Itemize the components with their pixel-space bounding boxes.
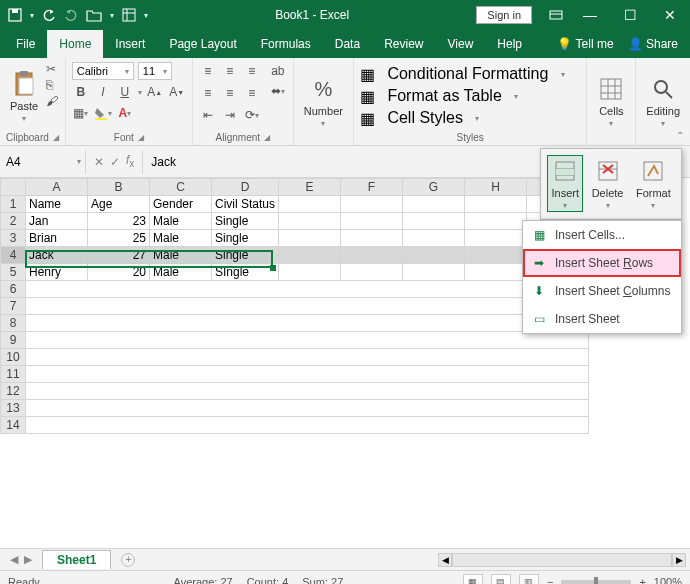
cell[interactable]	[403, 230, 465, 247]
share-button[interactable]: 👤 Share	[628, 37, 678, 51]
merge-center-icon[interactable]: ⬌▾	[269, 82, 287, 100]
copy-icon[interactable]: ⎘	[46, 78, 58, 92]
collapse-ribbon-icon[interactable]: ⌃	[676, 130, 684, 141]
cut-icon[interactable]: ✂	[46, 62, 58, 76]
cell[interactable]	[341, 247, 403, 264]
cell[interactable]: Single	[212, 213, 279, 230]
name-box[interactable]: A4▾	[0, 150, 86, 174]
open-dropdown-icon[interactable]: ▾	[110, 11, 114, 20]
cell[interactable]	[341, 230, 403, 247]
cell[interactable]	[341, 264, 403, 281]
format-as-table-button[interactable]: ▦ Format as Table ▾	[360, 87, 580, 106]
bold-button[interactable]: B	[72, 83, 90, 101]
scroll-left-icon[interactable]: ◀	[438, 553, 452, 567]
cell[interactable]	[279, 196, 341, 213]
cell[interactable]	[465, 213, 527, 230]
sheet-tab[interactable]: Sheet1	[42, 550, 111, 569]
conditional-formatting-button[interactable]: ▦ Conditional Formatting ▾	[360, 65, 580, 84]
menu-insert-sheet-columns[interactable]: ⬇ Insert Sheet Columns	[523, 277, 681, 305]
cells-button[interactable]: Cells ▾	[593, 62, 629, 141]
row-header[interactable]: 13	[1, 400, 26, 417]
cell[interactable]: Male	[150, 213, 212, 230]
col-header[interactable]: H	[465, 179, 527, 196]
cell[interactable]: Male	[150, 247, 212, 264]
cell[interactable]	[465, 264, 527, 281]
align-right-icon[interactable]: ≡	[243, 84, 261, 102]
align-middle-icon[interactable]: ≡	[221, 62, 239, 80]
tab-data[interactable]: Data	[323, 30, 372, 58]
paste-button[interactable]: Paste ▾	[6, 62, 42, 130]
italic-button[interactable]: I	[94, 83, 112, 101]
align-top-icon[interactable]: ≡	[199, 62, 217, 80]
font-color-icon[interactable]: A▾	[116, 104, 134, 122]
row-header[interactable]: 5	[1, 264, 26, 281]
cell[interactable]	[26, 332, 589, 349]
redo-icon[interactable]	[64, 8, 78, 22]
maximize-button[interactable]: ☐	[610, 0, 650, 30]
cell[interactable]: 27	[88, 247, 150, 264]
cell[interactable]	[465, 196, 527, 213]
tab-insert[interactable]: Insert	[103, 30, 157, 58]
cell[interactable]	[26, 349, 589, 366]
insert-split-button[interactable]: Insert ▾	[547, 155, 583, 212]
enter-formula-icon[interactable]: ✓	[110, 155, 120, 169]
tab-home[interactable]: Home	[47, 30, 103, 58]
cell[interactable]	[403, 264, 465, 281]
cell[interactable]	[465, 230, 527, 247]
cell[interactable]: Male	[150, 264, 212, 281]
decrease-font-icon[interactable]: A▼	[168, 83, 186, 101]
page-layout-view-icon[interactable]: ▤	[491, 574, 511, 585]
cell[interactable]	[403, 196, 465, 213]
cell[interactable]	[341, 196, 403, 213]
row-header[interactable]: 11	[1, 366, 26, 383]
row-header[interactable]: 2	[1, 213, 26, 230]
cell[interactable]: 25	[88, 230, 150, 247]
zoom-in-button[interactable]: +	[639, 576, 645, 585]
increase-indent-icon[interactable]: ⇥	[221, 106, 239, 124]
cell[interactable]: Jan	[26, 213, 88, 230]
tab-view[interactable]: View	[436, 30, 486, 58]
cell[interactable]: Civil Status	[212, 196, 279, 213]
close-button[interactable]: ✕	[650, 0, 690, 30]
col-header[interactable]: A	[26, 179, 88, 196]
delete-split-button[interactable]: Delete ▾	[588, 155, 628, 212]
row-header[interactable]: 8	[1, 315, 26, 332]
col-header[interactable]: E	[279, 179, 341, 196]
zoom-level[interactable]: 100%	[654, 576, 682, 585]
row-header[interactable]: 10	[1, 349, 26, 366]
row-header[interactable]: 14	[1, 417, 26, 434]
select-all-button[interactable]	[1, 179, 26, 196]
align-left-icon[interactable]: ≡	[199, 84, 217, 102]
scroll-right-icon[interactable]: ▶	[672, 553, 686, 567]
zoom-out-button[interactable]: −	[547, 576, 553, 585]
cell[interactable]: Male	[150, 230, 212, 247]
cell[interactable]: 23	[88, 213, 150, 230]
tab-page-layout[interactable]: Page Layout	[157, 30, 248, 58]
cell[interactable]	[26, 315, 589, 332]
cell[interactable]: Single	[212, 230, 279, 247]
cell[interactable]	[26, 400, 589, 417]
chevron-down-icon[interactable]: ▾	[138, 88, 142, 97]
cell[interactable]: Henry	[26, 264, 88, 281]
qat-customize-icon[interactable]: ▾	[30, 11, 34, 20]
format-split-button[interactable]: Format ▾	[632, 155, 675, 212]
sign-in-button[interactable]: Sign in	[476, 6, 532, 24]
cell[interactable]	[26, 281, 589, 298]
ribbon-display-icon[interactable]	[542, 0, 570, 30]
row-header[interactable]: 9	[1, 332, 26, 349]
sheet-nav-prev-icon[interactable]: ◀	[10, 553, 18, 566]
menu-insert-cells[interactable]: ▦ Insert Cells...	[523, 221, 681, 249]
cell[interactable]	[403, 247, 465, 264]
tab-help[interactable]: Help	[485, 30, 534, 58]
cell[interactable]: Brian	[26, 230, 88, 247]
number-format-button[interactable]: % Number ▾	[300, 62, 347, 141]
row-header[interactable]: 4	[1, 247, 26, 264]
col-header[interactable]: G	[403, 179, 465, 196]
orientation-icon[interactable]: ⟳▾	[243, 106, 261, 124]
tab-file[interactable]: File	[4, 30, 47, 58]
cell[interactable]	[279, 230, 341, 247]
zoom-slider[interactable]	[561, 580, 631, 584]
col-header[interactable]: F	[341, 179, 403, 196]
cell[interactable]	[279, 247, 341, 264]
font-size-dropdown[interactable]: 11▾	[138, 62, 172, 80]
